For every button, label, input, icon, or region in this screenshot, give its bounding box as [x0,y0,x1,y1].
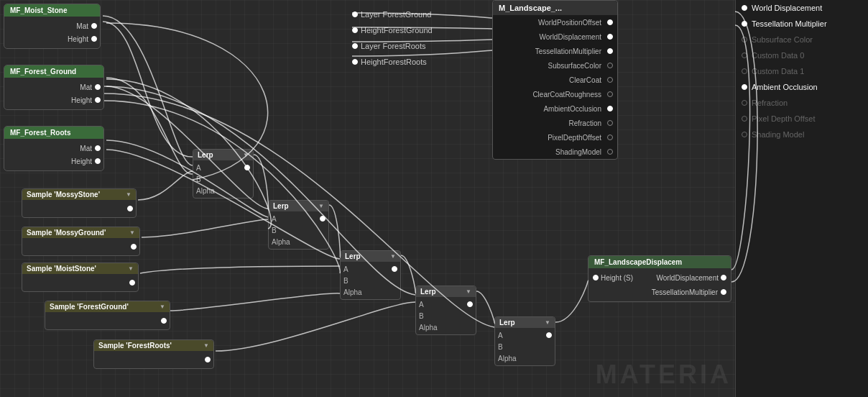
lerp-2-arrow[interactable]: ▼ [318,203,324,209]
lerp-3-arrow[interactable]: ▼ [390,253,396,260]
wire-s1-lerp1 [138,171,193,200]
mat-label-tm: Tessellation Multiplier [752,19,827,28]
mat-pin-wd [742,5,747,11]
mat-row-wd[interactable]: World Displacement [736,0,868,16]
mat-row-tm[interactable]: Tessellation Multiplier [736,16,868,32]
sample-forest-roots-header: Sample 'ForestRoots' ▼ [94,340,213,351]
sample-forest-ground-header: Sample 'ForestGround' ▼ [45,301,170,312]
node-mf-forest-ground: MF_Forest_Ground Mat Height [4,65,104,110]
mat-label-ss: Subsurface Color [752,35,813,44]
lerp-5-arrow[interactable]: ▼ [545,319,550,326]
pin-wd [607,34,613,40]
mat-row-ao[interactable]: Ambient Occlusion [736,79,868,95]
mat-row-ref[interactable]: Refraction [736,95,868,111]
shader-row-ss: SubsurfaceColor [493,58,617,73]
lerp5-pin-a-right [546,332,552,338]
shader-node: M_Landscape_... WorldPositionOffset Worl… [492,0,618,160]
pin-wpo [607,19,613,25]
lerp4-pin-a-right [467,301,473,307]
pin-sample-mg-out [131,244,137,250]
pin-layer-fr [352,43,358,49]
dropdown-arrow[interactable]: ▼ [126,191,131,198]
height-forestground-row: HeightForestGround [352,23,433,37]
dropdown-arrow-2[interactable]: ▼ [129,229,135,236]
wire-lerp1-lerp2 [254,155,268,210]
shader-row-wd: WorldDisplacement [493,29,617,44]
pin-ss [607,63,613,68]
layer-forestground-row: Layer ForestGround [352,7,433,22]
lerp-4-arrow[interactable]: ▼ [466,288,471,295]
pin-mat-fr [95,145,101,151]
pin-height-fg [95,97,101,103]
wire-lerp5-landscape [555,280,588,322]
lerp3-pin-a-right [392,266,397,272]
node-row-mat-fg: Mat [4,81,103,93]
lerp-node-3: Lerp ▼ A B Alpha [340,250,401,300]
lerp-1-header: Lerp ▼ [193,150,253,160]
node-mf-forest-ground-title: MF_Forest_Ground [4,65,103,78]
shader-row-wpo: WorldPositionOffset [493,15,617,29]
lerp-4-header: Lerp ▼ [416,286,476,297]
mat-pin-ss [742,37,747,42]
mat-pin-sm [742,132,747,137]
mat-label-ao: Ambient Occlusion [752,83,818,91]
shader-row-pdo: PixelDepthOffset [493,130,617,145]
watermark: MATERIA [596,360,731,390]
height-forestroots-row: HeightForestRoots [352,55,433,69]
pin-height-fr2 [352,59,358,65]
mat-label-pdo: Pixel Depth Offset [752,114,815,123]
wire-mms-height [103,22,193,157]
node-row-height: Height [4,32,100,45]
shader-node-title: M_Landscape_... [493,1,617,15]
lerp-2-header: Lerp ▼ [269,201,328,211]
lerp-1-arrow[interactable]: ▼ [243,152,249,158]
sample-moist-stone-header: Sample 'MoistStone' ▼ [22,263,138,274]
lerp-5-header: Lerp ▼ [495,317,555,328]
shader-row-ref: Refraction [493,116,617,130]
landscape-row-1: Height (S) WorldDisplacement [588,270,731,285]
node-mf-moist-stone: MF_Moist_Stone Mat Height [4,4,101,49]
dropdown-arrow-4[interactable]: ▼ [160,304,165,310]
mat-row-ss[interactable]: Subsurface Color [736,32,868,47]
pin-tm [607,48,613,54]
wire-s4-lerp3 [170,293,340,311]
mat-pin-cd0 [742,53,747,58]
pin-height-fg2 [352,27,358,33]
landscape-row-2: TessellationMultiplier [588,285,731,299]
sample-forest-ground: Sample 'ForestGround' ▼ [45,301,170,330]
pin-cc [607,77,613,83]
mat-label-cd1: Custom Data 1 [752,67,804,76]
mat-row-cd1[interactable]: Custom Data 1 [736,63,868,79]
dropdown-arrow-5[interactable]: ▼ [203,342,209,349]
mat-row-sm[interactable]: Shading Model [736,127,868,142]
sample-mossy-ground: Sample 'MossyGround' ▼ [22,227,140,256]
lerp-node-5: Lerp ▼ A B Alpha [494,316,555,366]
sample-mossy-stone-header: Sample 'MossyStone' ▼ [22,189,136,200]
pin-height-s [593,275,599,280]
mat-row-cd0[interactable]: Custom Data 0 [736,47,868,63]
layer-inputs: Layer ForestGround HeightForestGround La… [352,7,433,69]
mat-label-sm: Shading Model [752,130,804,139]
pin-mat-mms [91,23,97,29]
lerp-node-4: Lerp ▼ A B Alpha [415,286,476,335]
lerp-3-header: Lerp ▼ [341,251,400,262]
node-row-mat-fr: Mat [4,142,103,155]
lerp2-pin-a-right [320,216,326,222]
pin-ao [607,106,613,111]
landscape-node-title: MF_LandscapeDisplacem [588,256,731,268]
node-row-height-fg: Height [4,93,103,106]
pin-world-disp [721,275,726,280]
sample-mossy-ground-header: Sample 'MossyGround' ▼ [22,227,139,238]
layer-forestroots-row: Layer ForestRoots [352,39,433,53]
wire-lerp4-lerp5 [476,291,494,324]
shader-row-sm: ShadingModel [493,145,617,159]
node-row-mat: Mat [4,19,100,32]
landscape-node: MF_LandscapeDisplacem Height (S) WorldDi… [588,255,731,302]
shader-row-cc: ClearCoat [493,73,617,87]
wire-lerp3-lerp4 [401,255,415,293]
mat-row-pdo[interactable]: Pixel Depth Offset [736,111,868,127]
pin-layer-fg [352,12,358,17]
wire-fg-mat [106,78,193,174]
material-panel: World Displacement Tessellation Multipli… [735,0,868,397]
dropdown-arrow-3[interactable]: ▼ [128,265,134,272]
